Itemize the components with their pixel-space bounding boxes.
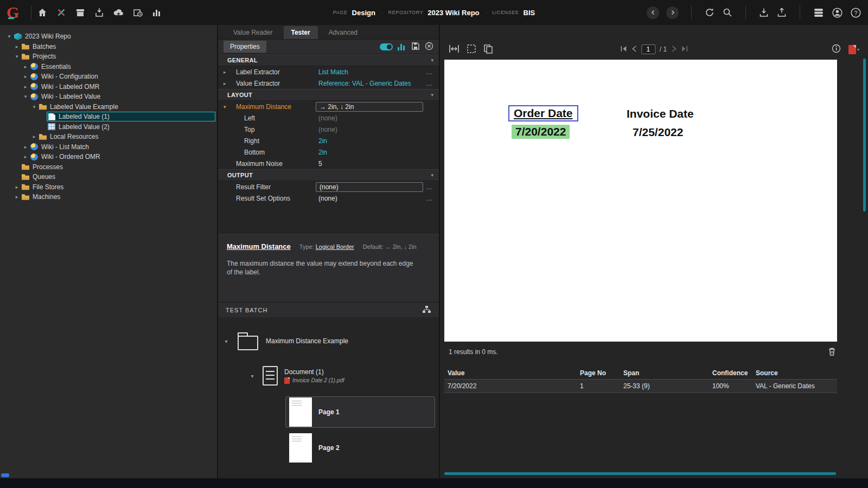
document-page-view[interactable]: Order Date Invoice Date 7/20/2022 7/25/2… [444, 60, 837, 342]
expand-arrow-icon[interactable]: ▸ [13, 184, 21, 190]
expand-arrow-icon[interactable]: ▸ [22, 144, 29, 150]
database-stack-icon[interactable] [813, 7, 825, 18]
first-page-icon[interactable] [620, 46, 627, 54]
matched-label-box[interactable]: Order Date [508, 105, 578, 121]
maximum-distance-input[interactable]: → 2in, ↓ 2in [316, 102, 423, 112]
tree-item-wiki-list-match[interactable]: ▸Wiki - List Match [0, 142, 217, 152]
expand-arrow-icon[interactable]: ▸ [224, 69, 231, 75]
tree-item-batches[interactable]: ▸Batches [0, 42, 217, 52]
refresh-icon[interactable] [704, 7, 715, 18]
section-general[interactable]: GENERAL ▾ [218, 54, 439, 66]
property-row-result-set-options[interactable]: Result Set Options (none) … [218, 192, 439, 204]
home-icon[interactable] [37, 7, 48, 18]
next-page-icon[interactable] [671, 46, 676, 54]
property-value[interactable]: 2in [318, 137, 327, 145]
expand-arrow-icon[interactable]: ▸ [224, 81, 231, 86]
property-row-maximum-distance[interactable]: ▾ Maximum Distance → 2in, ↓ 2in [218, 101, 439, 112]
collapse-arrow-icon[interactable]: ▾ [13, 54, 21, 59]
property-value[interactable]: List Match [318, 68, 348, 76]
tab-value-reader[interactable]: Value Reader [226, 26, 280, 39]
collapse-arrow-icon[interactable]: ▾ [5, 34, 13, 39]
chevron-down-icon[interactable]: ▾ [431, 172, 433, 178]
collapse-arrow-icon[interactable]: ▾ [248, 373, 256, 379]
section-output[interactable]: OUTPUT ▾ [218, 169, 439, 181]
upload-icon[interactable] [776, 7, 787, 18]
forward-button[interactable] [666, 7, 679, 19]
expand-arrow-icon[interactable]: ▸ [22, 64, 29, 69]
zone-select-icon[interactable] [467, 44, 476, 55]
property-row-left[interactable]: Left (none) [218, 112, 439, 124]
chevron-down-icon[interactable]: ▾ [431, 57, 433, 63]
column-header[interactable]: Span [623, 369, 639, 377]
expand-arrow-icon[interactable]: ▸ [22, 74, 29, 79]
clear-results-trash-icon[interactable] [828, 347, 836, 358]
batch-page-row-2[interactable]: Page 2 [285, 432, 435, 464]
tree-item-essentials[interactable]: ▸Essentials [0, 62, 217, 72]
result-filter-input[interactable]: (none) [316, 182, 423, 192]
collapse-arrow-icon[interactable]: ▾ [222, 338, 230, 344]
column-header[interactable]: Confidence [712, 369, 748, 377]
import-box-icon[interactable] [94, 7, 105, 18]
property-value[interactable]: (none) [318, 114, 337, 122]
tree-item-machines[interactable]: ▸Machines [0, 192, 217, 202]
ellipsis-button[interactable]: … [426, 80, 432, 87]
property-row-right[interactable]: Right 2in [218, 135, 439, 146]
tree-item-wiki-labeled-omr[interactable]: ▸Wiki - Labeled OMR [0, 82, 217, 92]
tree-item-queues[interactable]: Queues [0, 172, 217, 182]
help-icon[interactable]: ? [850, 7, 861, 18]
viewer-horizontal-scrollbar[interactable] [444, 472, 836, 475]
toggle-view-icon[interactable] [380, 43, 393, 50]
scheduled-box-icon[interactable] [132, 7, 143, 18]
previous-page-icon[interactable] [631, 46, 637, 54]
tree-item-wiki-configuration[interactable]: ▸Wiki - Configuration [0, 72, 217, 82]
property-value[interactable]: 5 [318, 160, 322, 168]
batch-hierarchy-icon[interactable] [422, 305, 431, 315]
cloud-upload-icon[interactable] [113, 7, 124, 18]
tree-item-local-resources[interactable]: ▸Local Resources [0, 132, 217, 142]
property-row-top[interactable]: Top (none) [218, 124, 439, 135]
ellipsis-button[interactable]: … [426, 183, 432, 191]
tree-item-file-stores[interactable]: ▸File Stores [0, 182, 217, 192]
ellipsis-button[interactable]: … [426, 68, 432, 76]
property-value[interactable]: (none) [318, 195, 337, 202]
property-row-label-extractor[interactable]: ▸ Label Extractor List Match … [218, 66, 439, 78]
copy-pages-icon[interactable] [483, 44, 493, 55]
tools-icon[interactable] [56, 7, 67, 18]
licensee-value[interactable]: BIS [524, 9, 535, 17]
collapse-arrow-icon[interactable]: ▾ [22, 94, 29, 99]
property-value[interactable]: 2in [318, 149, 327, 156]
tree-item-projects[interactable]: ▾Projects [0, 52, 217, 62]
page-thumbnail[interactable] [289, 397, 312, 427]
page-number-input[interactable]: 1 [641, 44, 655, 54]
last-page-icon[interactable] [681, 46, 688, 54]
page-thumbnail[interactable] [289, 433, 312, 463]
search-icon[interactable] [722, 7, 733, 18]
tab-advanced[interactable]: Advanced [321, 26, 365, 39]
property-row-result-filter[interactable]: Result Filter (none) … [218, 181, 439, 192]
viewer-vertical-scrollbar[interactable] [863, 59, 866, 211]
expand-arrow-icon[interactable]: ▸ [13, 194, 21, 200]
tree-item-repo-root[interactable]: ▾2023 Wiki Repo [0, 31, 217, 42]
repository-value[interactable]: 2023 Wiki Repo [427, 9, 479, 17]
fit-width-icon[interactable] [449, 44, 459, 55]
results-table-row[interactable]: 7/20/2022 1 25-33 (9) 100% VAL - Generic… [444, 380, 837, 393]
download-icon[interactable] [758, 7, 769, 18]
save-icon[interactable] [411, 42, 420, 52]
tree-horizontal-scrollbar[interactable] [1, 473, 9, 477]
collapse-arrow-icon[interactable]: ▾ [224, 104, 231, 110]
column-header[interactable]: Source [756, 369, 778, 377]
tree-item-wiki-labeled-value[interactable]: ▾Wiki - Labeled Value [0, 92, 217, 102]
collapse-arrow-icon[interactable]: ▾ [30, 104, 38, 110]
property-row-value-extractor[interactable]: ▸ Value Extractor Reference: VAL - Gener… [218, 78, 439, 89]
batch-document-row[interactable]: ▾ Document (1) Invoice Date 2 (1).pdf [218, 361, 439, 391]
properties-tab[interactable]: Properties [224, 41, 266, 53]
tree-item-labeled-value-2[interactable]: Labeled Value (2) [0, 122, 217, 132]
extracted-value-highlight[interactable]: 7/20/2022 [512, 125, 570, 139]
property-value[interactable]: (none) [318, 126, 337, 133]
tree-item-processes[interactable]: Processes [0, 162, 217, 172]
tab-tester[interactable]: Tester [284, 26, 318, 39]
batches-box-icon[interactable] [75, 7, 86, 18]
expand-arrow-icon[interactable]: ▸ [30, 134, 38, 139]
user-account-icon[interactable] [832, 7, 843, 18]
export-pdf-button[interactable]: ▾ [848, 45, 859, 54]
